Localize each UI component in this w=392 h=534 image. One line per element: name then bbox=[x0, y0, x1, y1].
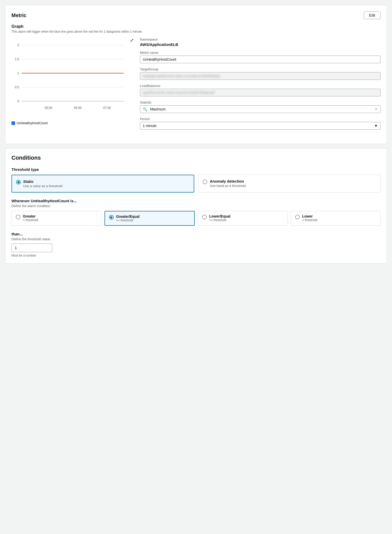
statistic-label: Statistic bbox=[140, 100, 381, 104]
graph-subtitle: This alarm will trigger when the blue li… bbox=[11, 30, 381, 33]
condition-lower-sublabel: < threshold bbox=[302, 218, 318, 222]
legend-dot bbox=[11, 121, 15, 125]
chart-panel: ⤢ 2 1.5 1 0.5 bbox=[11, 37, 134, 134]
target-group-label: TargetGroup bbox=[140, 67, 381, 71]
metric-name-label: Metric name bbox=[140, 51, 381, 55]
condition-greater-sublabel: > threshold bbox=[23, 218, 38, 222]
condition-option-lower[interactable]: Lower < threshold bbox=[291, 211, 381, 226]
period-value: 1 minute bbox=[143, 124, 156, 128]
load-balancer-field: LoadBalancer app/blurred-lb-name-here/01… bbox=[140, 84, 381, 96]
svg-text:07:00: 07:00 bbox=[103, 106, 111, 110]
metric-fields-panel: Namespace AWS/ApplicationELB Metric name… bbox=[140, 37, 381, 134]
chart-svg: 2 1.5 1 0.5 0 05:00 06:00 07:00 bbox=[11, 37, 134, 119]
threshold-anomaly-text: Anomaly detection Use band as a threshol… bbox=[210, 179, 246, 188]
namespace-value: AWS/ApplicationELB bbox=[140, 42, 381, 47]
threshold-anomaly-label: Anomaly detection bbox=[210, 179, 246, 183]
metric-name-input[interactable] bbox=[140, 56, 381, 63]
condition-greater-label: Greater bbox=[23, 214, 38, 218]
whenever-title: Whenever UnHealthyHostCount is... bbox=[11, 199, 381, 203]
legend-label: UnHealthyHostCount bbox=[17, 121, 48, 125]
load-balancer-label: LoadBalancer bbox=[140, 84, 381, 88]
metric-section-title: Metric bbox=[11, 12, 27, 18]
clear-icon[interactable]: ✕ bbox=[375, 107, 378, 111]
edit-button[interactable]: Edit bbox=[364, 11, 381, 19]
condition-cards-group: Greater > threshold Greater/Equal >= thr… bbox=[11, 211, 381, 226]
condition-lower-label: Lower bbox=[302, 214, 318, 218]
condition-lower-equal-text: Lower/Equal <= threshold bbox=[209, 214, 230, 222]
threshold-static-label: Static bbox=[23, 179, 62, 184]
than-title: than... bbox=[11, 232, 381, 236]
condition-lower-equal-label: Lower/Equal bbox=[209, 214, 230, 218]
period-label: Period bbox=[140, 117, 381, 121]
condition-lower-equal-sublabel: <= threshold bbox=[209, 218, 230, 222]
condition-radio-greater bbox=[16, 215, 20, 219]
graph-title: Graph bbox=[11, 24, 381, 29]
threshold-option-anomaly[interactable]: Anomaly detection Use band as a threshol… bbox=[198, 175, 381, 193]
threshold-static-text: Static Use a value as a threshold bbox=[23, 179, 62, 188]
svg-text:1: 1 bbox=[17, 71, 19, 75]
period-field: Period 1 minute ▼ bbox=[140, 117, 381, 130]
namespace-group: Namespace AWS/ApplicationELB bbox=[140, 37, 381, 47]
period-dropdown-icon: ▼ bbox=[374, 124, 378, 128]
statistic-input[interactable]: 🔍 Maximum ✕ bbox=[140, 105, 381, 113]
search-icon: 🔍 bbox=[143, 107, 147, 111]
condition-greater-equal-text: Greater/Equal >= threshold bbox=[116, 214, 140, 222]
threshold-radio-anomaly bbox=[203, 180, 207, 184]
threshold-option-static[interactable]: Static Use a value as a threshold bbox=[11, 175, 194, 193]
chart-legend: UnHealthyHostCount bbox=[11, 121, 134, 125]
threshold-type-group: Static Use a value as a threshold Anomal… bbox=[11, 175, 381, 193]
svg-text:0.5: 0.5 bbox=[15, 85, 19, 89]
condition-greater-equal-label: Greater/Equal bbox=[116, 214, 140, 219]
load-balancer-value: app/blurred-lb-name-here/0123456789abcde… bbox=[140, 89, 381, 96]
svg-text:06:00: 06:00 bbox=[74, 106, 82, 110]
statistic-value: Maximum bbox=[150, 107, 166, 111]
condition-greater-text: Greater > threshold bbox=[23, 214, 38, 222]
statistic-field: Statistic 🔍 Maximum ✕ bbox=[140, 100, 381, 113]
condition-option-greater[interactable]: Greater > threshold bbox=[11, 211, 101, 226]
whenever-subtitle: Define the alarm condition. bbox=[11, 204, 381, 208]
conditions-title: Conditions bbox=[11, 155, 381, 161]
svg-text:2: 2 bbox=[17, 43, 19, 47]
target-group-field: TargetGroup targetgroup/blurred-value-xx… bbox=[140, 67, 381, 80]
svg-text:0: 0 bbox=[17, 99, 19, 103]
namespace-label: Namespace bbox=[140, 37, 381, 41]
threshold-anomaly-sublabel: Use band as a threshold bbox=[210, 184, 246, 188]
condition-radio-greater-equal bbox=[109, 215, 114, 220]
threshold-static-sublabel: Use a value as a threshold bbox=[23, 184, 62, 188]
condition-lower-text: Lower < threshold bbox=[302, 214, 318, 222]
period-select[interactable]: 1 minute ▼ bbox=[140, 122, 381, 130]
condition-option-greater-equal[interactable]: Greater/Equal >= threshold bbox=[104, 211, 195, 226]
chart-expand-icon[interactable]: ⤢ bbox=[130, 37, 134, 43]
metric-name-group: Metric name bbox=[140, 51, 381, 63]
svg-text:05:00: 05:00 bbox=[45, 106, 52, 110]
threshold-type-label: Threshold type bbox=[11, 167, 381, 172]
svg-text:1.5: 1.5 bbox=[15, 57, 19, 61]
condition-greater-equal-sublabel: >= threshold bbox=[116, 219, 140, 222]
condition-radio-lower bbox=[295, 215, 300, 219]
threshold-radio-static bbox=[16, 180, 21, 184]
than-input[interactable] bbox=[11, 244, 52, 252]
than-subtitle: Define the threshold value. bbox=[11, 237, 381, 241]
condition-radio-lower-equal bbox=[202, 215, 207, 219]
condition-option-lower-equal[interactable]: Lower/Equal <= threshold bbox=[198, 211, 288, 226]
target-group-value: targetgroup/blurred-value-xxxx/abc123def… bbox=[140, 72, 381, 80]
than-hint: Must be a number bbox=[11, 254, 381, 257]
